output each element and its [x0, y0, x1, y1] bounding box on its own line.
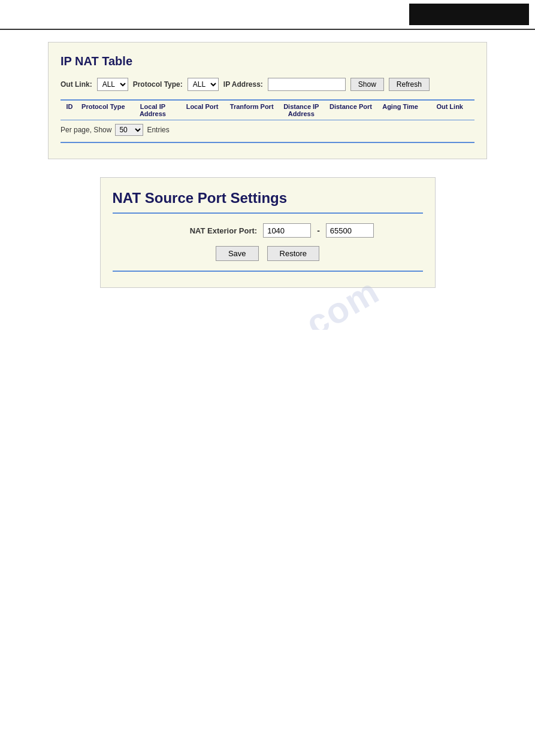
per-page-select[interactable]: 50 100 200 — [115, 124, 143, 136]
ip-nat-table-title: IP NAT Table — [61, 54, 474, 68]
ip-address-label: IP Address: — [223, 80, 263, 89]
nat-port-from-input[interactable] — [263, 223, 311, 238]
table-header: ID Protocol Type Local IP Address Local … — [61, 99, 474, 120]
out-link-select[interactable]: ALL — [97, 78, 128, 91]
col-distance-port: Distance Port — [326, 103, 376, 117]
col-distance-ip: Distance IP Address — [277, 103, 327, 117]
filter-row: Out Link: ALL Protocol Type: ALL IP Addr… — [61, 78, 474, 91]
nat-exterior-port-label: NAT Exterior Port: — [161, 226, 257, 235]
col-out-link: Out Link — [425, 103, 474, 117]
nat-source-bottom-divider — [113, 271, 423, 272]
col-tranform-port: Tranform Port — [227, 103, 277, 117]
save-button[interactable]: Save — [216, 246, 259, 261]
out-link-label: Out Link: — [61, 80, 92, 89]
nat-source-top-divider — [113, 212, 423, 214]
nat-button-row: Save Restore — [113, 246, 423, 261]
col-local-port: Local Port — [177, 103, 227, 117]
nat-source-section: NAT Source Port Settings NAT Exterior Po… — [100, 177, 436, 288]
col-protocol-type: Protocol Type — [78, 103, 128, 117]
nat-source-title: NAT Source Port Settings — [113, 190, 423, 207]
nat-port-to-input[interactable] — [326, 223, 374, 238]
refresh-button[interactable]: Refresh — [389, 78, 430, 91]
port-separator: - — [317, 226, 320, 235]
per-page-row: Per page, Show 50 100 200 Entries — [61, 124, 474, 136]
show-button[interactable]: Show — [350, 78, 384, 91]
protocol-type-select[interactable]: ALL — [188, 78, 219, 91]
per-page-label-post: Entries — [147, 126, 169, 134]
top-bar-right-panel — [409, 4, 529, 25]
ip-nat-table-section: IP NAT Table Out Link: ALL Protocol Type… — [48, 42, 487, 159]
nat-exterior-port-row: NAT Exterior Port: - — [113, 223, 423, 238]
protocol-type-label: Protocol Type: — [133, 80, 183, 89]
top-bar — [0, 0, 535, 30]
per-page-label-pre: Per page, Show — [61, 126, 111, 134]
col-local-ip: Local IP Address — [128, 103, 178, 117]
main-content: IP NAT Table Out Link: ALL Protocol Type… — [0, 30, 535, 330]
ip-address-input[interactable] — [268, 78, 346, 91]
restore-button[interactable]: Restore — [267, 246, 320, 261]
col-id: ID — [61, 103, 78, 117]
col-aging-time: Aging Time — [376, 103, 425, 117]
table-divider — [61, 142, 474, 143]
